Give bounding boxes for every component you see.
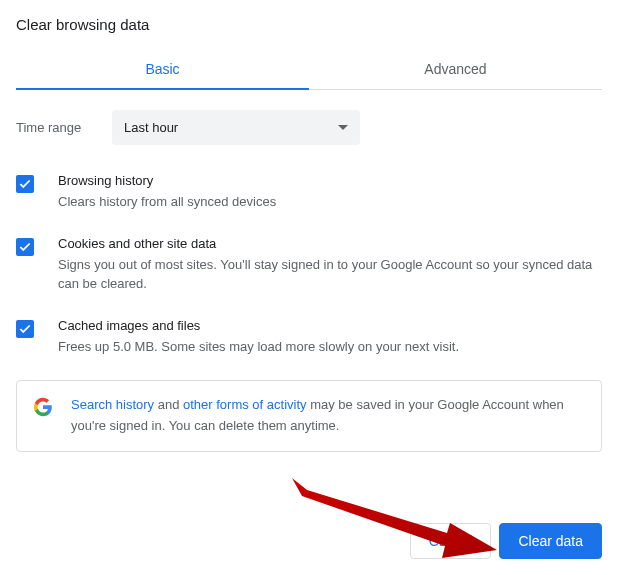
option-title: Cached images and files [58,318,459,333]
chevron-down-icon [338,125,348,130]
checkbox-cookies[interactable] [16,238,34,256]
dialog-title: Clear browsing data [16,16,602,49]
option-cookies: Cookies and other site data Signs you ou… [16,236,602,294]
option-cache: Cached images and files Frees up 5.0 MB.… [16,318,602,357]
time-range-label: Time range [16,120,112,135]
option-title: Browsing history [58,173,276,188]
checkbox-cache[interactable] [16,320,34,338]
check-icon [18,240,32,254]
time-range-select[interactable]: Last hour [112,110,360,145]
search-history-link[interactable]: Search history [71,397,154,412]
option-desc: Signs you out of most sites. You'll stay… [58,255,602,294]
time-range-row: Time range Last hour [16,110,602,145]
option-desc: Clears history from all synced devices [58,192,276,212]
info-text: Search history and other forms of activi… [71,395,585,437]
tab-basic[interactable]: Basic [16,49,309,89]
clear-data-button[interactable]: Clear data [499,523,602,559]
check-icon [18,177,32,191]
dialog-buttons: Cancel Clear data [410,523,602,559]
info-text-part: and [154,397,183,412]
option-desc: Frees up 5.0 MB. Some sites may load mor… [58,337,459,357]
google-logo-icon [33,397,53,417]
cancel-button[interactable]: Cancel [410,523,492,559]
option-title: Cookies and other site data [58,236,602,251]
time-range-value: Last hour [124,120,178,135]
checkbox-browsing-history[interactable] [16,175,34,193]
other-activity-link[interactable]: other forms of activity [183,397,307,412]
tab-advanced[interactable]: Advanced [309,49,602,89]
option-browsing-history: Browsing history Clears history from all… [16,173,602,212]
check-icon [18,322,32,336]
tab-bar: Basic Advanced [16,49,602,90]
google-account-info: Search history and other forms of activi… [16,380,602,452]
